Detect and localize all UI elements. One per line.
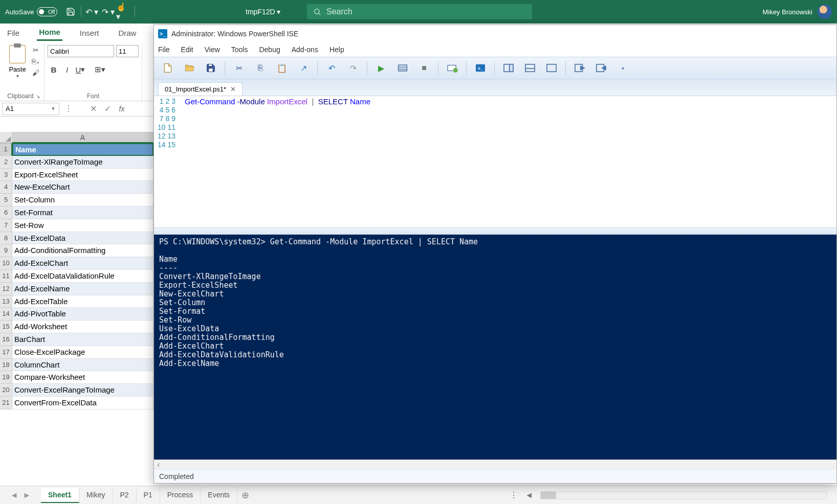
layout-max-icon[interactable] xyxy=(542,60,561,76)
cell[interactable]: BarChart xyxy=(12,333,153,346)
row-header[interactable]: 2 xyxy=(0,156,12,169)
user-info[interactable]: Mikey Bronowski xyxy=(762,5,832,19)
row-header[interactable]: 18 xyxy=(0,359,12,372)
tab-file[interactable]: File xyxy=(5,26,21,40)
menu-debug[interactable]: Debug xyxy=(259,45,280,54)
cut-icon[interactable]: ✂ xyxy=(31,45,41,55)
column-header-a[interactable]: A xyxy=(12,132,153,143)
sheet-tab-p1[interactable]: P1 xyxy=(137,488,160,503)
cell[interactable]: Set-Column xyxy=(12,194,153,207)
sheet-tab-events[interactable]: Events xyxy=(201,488,237,503)
ise-console-pane[interactable]: PS C:\WINDOWS\system32> Get-Command -Mod… xyxy=(154,235,836,460)
row-header[interactable]: 21 xyxy=(0,397,12,409)
cut-toolbar-icon[interactable]: ✂ xyxy=(229,60,249,76)
run-selection-icon[interactable] xyxy=(393,60,412,76)
sheet-tab-mikey[interactable]: Mikey xyxy=(79,488,113,503)
open-file-icon[interactable] xyxy=(180,60,199,76)
paste-toolbar-icon[interactable]: 📋 xyxy=(272,60,292,76)
pane-splitter[interactable] xyxy=(154,227,836,235)
cell[interactable]: Convert-XlRangeToImage xyxy=(12,156,153,169)
cell[interactable]: Set-Row xyxy=(12,219,153,232)
redo-toolbar-icon[interactable]: ↷ xyxy=(343,60,363,76)
save-file-icon[interactable] xyxy=(201,60,221,76)
avatar[interactable] xyxy=(818,5,832,19)
fx-icon[interactable]: fx xyxy=(115,103,129,115)
cell[interactable]: Compare-Worksheet xyxy=(12,371,153,384)
save-icon[interactable] xyxy=(62,4,79,20)
menu-tools[interactable]: Tools xyxy=(231,45,248,54)
cell[interactable]: Add-ConditionalFormatting xyxy=(12,244,153,257)
menu-help[interactable]: Help xyxy=(329,45,344,54)
undo-icon[interactable]: ↶ ▾ xyxy=(83,4,100,20)
row-header[interactable]: 4 xyxy=(0,181,12,194)
border-button[interactable]: ⊞▾ xyxy=(94,63,106,76)
ise-titlebar[interactable]: >_ Administrator: Windows PowerShell ISE xyxy=(154,25,836,42)
cell[interactable]: Add-PivotTable xyxy=(12,308,153,320)
cell[interactable]: ConvertFrom-ExcelData xyxy=(12,397,153,409)
row-header[interactable]: 5 xyxy=(0,194,12,207)
show-command-icon[interactable] xyxy=(570,60,589,76)
row-header[interactable]: 15 xyxy=(0,320,12,333)
ise-script-pane[interactable]: 1 2 3 4 5 6 7 8 9 10 11 12 13 14 15 Get-… xyxy=(154,96,836,227)
row-header[interactable]: 1 xyxy=(0,143,12,156)
cell[interactable]: Name xyxy=(12,143,153,156)
row-header[interactable]: 10 xyxy=(0,257,12,270)
menu-file[interactable]: File xyxy=(158,45,170,54)
bold-button[interactable]: B xyxy=(48,63,60,76)
tab-options-icon[interactable]: ⋮ xyxy=(510,490,518,500)
accept-formula-icon[interactable]: ✓ xyxy=(100,103,115,115)
menu-view[interactable]: View xyxy=(205,45,220,54)
select-all-corner[interactable] xyxy=(0,132,12,143)
layout-right-icon[interactable] xyxy=(499,60,518,76)
spreadsheet-grid[interactable]: A 1Name2Convert-XlRangeToImage3Export-Ex… xyxy=(0,132,153,486)
copy-icon[interactable]: ⎘▾ xyxy=(31,56,41,66)
tab-draw[interactable]: Draw xyxy=(116,26,138,40)
row-header[interactable]: 11 xyxy=(0,270,12,283)
clear-icon[interactable]: ↗ xyxy=(294,60,313,76)
row-header[interactable]: 9 xyxy=(0,244,12,257)
cell[interactable]: Set-Format xyxy=(12,207,153,219)
row-header[interactable]: 17 xyxy=(0,346,12,359)
toolbar-overflow-icon[interactable]: ▾ xyxy=(613,60,632,76)
row-header[interactable]: 20 xyxy=(0,384,12,397)
hscroll-left-icon[interactable]: ◄ xyxy=(525,491,533,500)
row-header[interactable]: 19 xyxy=(0,371,12,384)
sheet-tab-p2[interactable]: P2 xyxy=(113,488,136,503)
cell[interactable]: ColumnChart xyxy=(12,359,153,372)
row-header[interactable]: 13 xyxy=(0,295,12,308)
italic-button[interactable]: I xyxy=(61,63,73,76)
stop-icon[interactable]: ■ xyxy=(414,60,434,76)
row-header[interactable]: 3 xyxy=(0,169,12,181)
name-box[interactable]: A1▼ xyxy=(2,103,59,115)
row-header[interactable]: 16 xyxy=(0,333,12,346)
sheet-tab-sheet1[interactable]: Sheet1 xyxy=(41,488,79,503)
format-painter-icon[interactable]: 🖌 xyxy=(31,67,41,78)
close-tab-icon[interactable]: ✕ xyxy=(230,85,236,93)
add-sheet-button[interactable]: ⊕ xyxy=(237,490,253,501)
row-header[interactable]: 12 xyxy=(0,283,12,295)
cell[interactable]: Convert-ExcelRangeToImage xyxy=(12,384,153,397)
powershell-console-icon[interactable]: >_ xyxy=(471,60,490,76)
sheet-nav-arrows[interactable]: ◄ ► xyxy=(0,491,41,500)
row-header[interactable]: 7 xyxy=(0,219,12,232)
layout-bottom-icon[interactable] xyxy=(520,60,540,76)
cell[interactable]: Add-ExcelName xyxy=(12,283,153,295)
cell[interactable]: Add-ExcelDataValidationRule xyxy=(12,270,153,283)
cell[interactable]: Add-ExcelChart xyxy=(12,257,153,270)
redo-icon[interactable]: ↷ ▾ xyxy=(100,4,116,20)
touch-icon[interactable]: ☝ ▾ xyxy=(116,4,133,20)
tab-insert[interactable]: Insert xyxy=(78,26,101,40)
font-size-select[interactable] xyxy=(116,45,139,57)
document-name[interactable]: tmpF12D ▾ xyxy=(246,8,280,16)
underline-button[interactable]: U▾ xyxy=(74,63,86,76)
search-box[interactable]: Search xyxy=(307,4,532,19)
show-addon-icon[interactable] xyxy=(591,60,611,76)
horizontal-scrollbar[interactable] xyxy=(540,491,827,499)
paste-button[interactable]: Paste ▾ xyxy=(6,43,29,79)
console-hscroll[interactable]: ‹ xyxy=(154,460,836,469)
cell[interactable]: Export-ExcelSheet xyxy=(12,169,153,181)
cell[interactable]: New-ExcelChart xyxy=(12,181,153,194)
autosave-control[interactable]: AutoSave Off xyxy=(0,7,62,16)
formula-options-icon[interactable]: ⋮ xyxy=(61,103,76,115)
menu-edit[interactable]: Edit xyxy=(181,45,193,54)
